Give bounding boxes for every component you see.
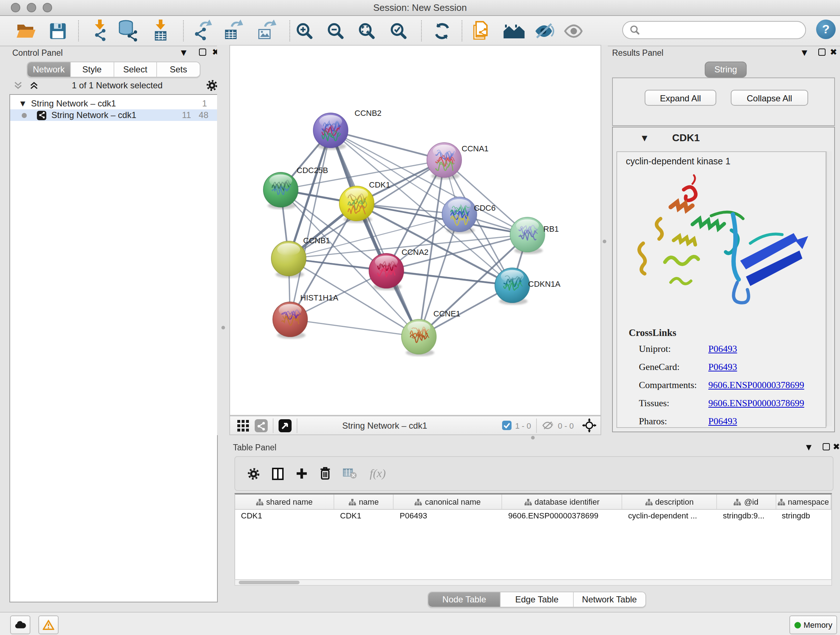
copy-network-icon[interactable] — [470, 19, 493, 43]
table-cell[interactable]: stringdb:9... — [717, 510, 776, 522]
zoom-fit-icon[interactable] — [355, 19, 378, 43]
vertical-splitter-left[interactable] — [217, 45, 229, 435]
network-node-ccnb1[interactable] — [271, 241, 306, 278]
open-session-icon[interactable] — [14, 19, 38, 43]
crosslink-link[interactable]: P06493 — [708, 361, 737, 373]
splitter-handle-dot[interactable] — [531, 436, 535, 440]
network-node-cdc25b[interactable] — [264, 172, 298, 209]
column-header-name[interactable]: name — [334, 494, 394, 509]
float-panel-icon[interactable] — [818, 49, 826, 56]
splitter-handle-dot[interactable] — [221, 326, 225, 329]
table-cell[interactable]: 9606.ENSP00000378699 — [502, 510, 622, 522]
network-edge[interactable] — [290, 130, 331, 319]
refresh-layout-icon[interactable] — [431, 19, 454, 43]
export-network-icon[interactable] — [192, 19, 215, 43]
import-table-icon[interactable] — [149, 19, 172, 43]
crosslink-link[interactable]: 9606.ENSP00000378699 — [708, 397, 804, 409]
network-node-ccne1[interactable] — [401, 319, 436, 356]
zoom-selected-icon[interactable] — [387, 19, 410, 43]
share-network-icon[interactable] — [255, 419, 268, 432]
crosslink-link[interactable]: 9606.ENSP00000378699 — [708, 379, 804, 391]
table-cell[interactable]: stringdb — [776, 510, 831, 522]
network-canvas[interactable]: CCNB2CCNA1CDC25BCDK1CDC6RB1CCNB1CCNA2CDK… — [229, 45, 601, 416]
grid-icon[interactable] — [237, 420, 249, 431]
crosslink-link[interactable]: P06493 — [708, 416, 737, 427]
column-header-namespace[interactable]: namespace — [776, 494, 831, 509]
tab-sets[interactable]: Sets — [157, 62, 200, 77]
panel-menu-icon[interactable]: ▼ — [181, 49, 186, 57]
collapse-entry-icon[interactable]: ▼ — [642, 134, 647, 142]
float-panel-icon[interactable] — [823, 443, 830, 450]
column-header-canonical-name[interactable]: canonical name — [394, 494, 502, 509]
expand-all-button[interactable]: Expand All — [645, 90, 716, 106]
network-node-ccna2[interactable] — [369, 253, 404, 290]
import-network-icon[interactable] — [88, 19, 111, 43]
tab-style[interactable]: Style — [71, 62, 114, 77]
table-cell[interactable]: CDK1 — [235, 510, 334, 522]
memory-button[interactable]: Memory — [789, 616, 837, 634]
scrollbar-thumb[interactable] — [239, 581, 300, 584]
tab-edge-table[interactable]: Edge Table — [501, 592, 574, 607]
columns-icon[interactable] — [272, 467, 284, 480]
table-horizontal-scrollbar[interactable] — [234, 579, 832, 586]
network-node-hist1h1a[interactable] — [273, 302, 308, 339]
zoom-in-icon[interactable] — [293, 19, 316, 43]
network-row-selected[interactable]: String Network – cdk1 11 48 — [10, 109, 217, 121]
tree-expand-icon[interactable]: ▼ — [20, 100, 25, 107]
network-node-cdc6[interactable] — [442, 197, 477, 234]
save-session-icon[interactable] — [46, 19, 69, 43]
delete-table-icon[interactable] — [343, 468, 357, 479]
import-database-icon[interactable] — [117, 19, 140, 43]
splitter-handle-dot[interactable] — [603, 240, 606, 243]
zoom-out-icon[interactable] — [324, 19, 347, 43]
results-scrollbar[interactable] — [826, 151, 832, 426]
eye-icon[interactable] — [563, 19, 586, 43]
tab-network-table[interactable]: Network Table — [573, 592, 645, 607]
crosslink-link[interactable]: P06493 — [708, 343, 737, 355]
table-cell[interactable]: P06493 — [394, 510, 502, 522]
export-table-icon[interactable] — [222, 19, 245, 43]
crosshair-icon[interactable] — [583, 418, 596, 432]
table-row[interactable]: CDK1CDK1P064939606.ENSP00000378699cyclin… — [235, 510, 831, 522]
tab-string[interactable]: String — [705, 62, 747, 78]
float-panel-icon[interactable] — [199, 49, 206, 56]
network-node-rb1[interactable] — [510, 217, 545, 254]
collapse-all-button[interactable]: Collapse All — [731, 90, 808, 106]
gear-icon[interactable] — [248, 467, 260, 480]
tab-select[interactable]: Select — [114, 62, 157, 77]
delete-column-icon[interactable] — [320, 467, 331, 480]
column-header-description[interactable]: description — [622, 494, 717, 509]
gear-icon[interactable] — [206, 80, 218, 91]
tab-node-table[interactable]: Node Table — [428, 592, 501, 607]
network-node-cdk1[interactable] — [339, 186, 374, 223]
network-edge[interactable] — [290, 319, 419, 337]
expand-all-icon[interactable] — [30, 81, 38, 90]
tab-network[interactable]: Network — [27, 62, 71, 77]
table-cell[interactable]: cyclin-dependent ... — [622, 510, 717, 522]
export-image-icon[interactable] — [256, 19, 279, 43]
network-edge[interactable] — [386, 271, 512, 285]
add-column-icon[interactable] — [296, 468, 308, 479]
warning-button[interactable] — [38, 616, 58, 634]
help-icon[interactable]: ? — [816, 19, 836, 39]
column-header-shared-name[interactable]: shared name — [235, 494, 334, 509]
network-node-ccna1[interactable] — [427, 143, 462, 180]
table-cell[interactable]: CDK1 — [334, 510, 394, 522]
show-hide-icon[interactable] — [533, 19, 556, 43]
close-panel-icon[interactable]: ✖ — [833, 442, 840, 452]
birdseye-icon[interactable] — [279, 419, 292, 432]
selected-checkbox-icon[interactable] — [502, 421, 512, 430]
network-collection-row[interactable]: ▼ String Network – cdk1 1 — [10, 98, 217, 109]
column-header-@id[interactable]: @id — [717, 494, 776, 509]
panel-menu-icon[interactable]: ▼ — [802, 49, 807, 57]
function-builder-icon[interactable]: f(x) — [370, 467, 386, 480]
hidden-eye-icon[interactable] — [542, 421, 554, 430]
cloud-button[interactable] — [10, 616, 30, 634]
column-header-database-identifier[interactable]: database identifier — [502, 494, 622, 509]
close-panel-icon[interactable]: ✖ — [830, 47, 837, 57]
panel-menu-icon[interactable]: ▼ — [806, 443, 812, 451]
collapse-all-icon[interactable] — [14, 81, 22, 90]
search-input[interactable] — [640, 24, 788, 36]
home-icon[interactable] — [503, 19, 526, 43]
network-node-cdkn1a[interactable] — [495, 268, 530, 305]
